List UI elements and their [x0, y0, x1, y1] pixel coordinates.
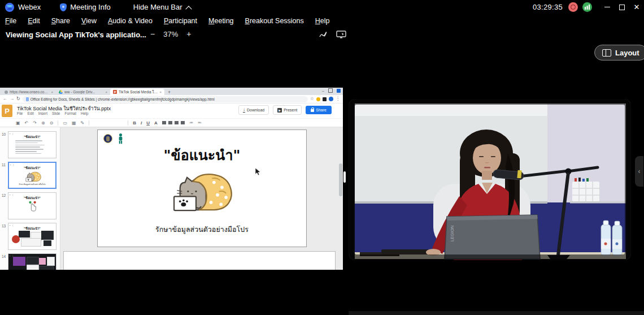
- menu-edit[interactable]: Edit: [28, 17, 40, 25]
- zoom-level: 37%: [163, 30, 178, 38]
- canvas-scrollbar[interactable]: [339, 163, 342, 196]
- url-field[interactable]: Office Editing for Docs, Sheets & Slides…: [23, 96, 308, 102]
- thumb-title: "ข้อแนะนำ": [8, 196, 56, 200]
- slide-canvas: "ข้อแนะนำ" รักษาข้อมูลส่วนตัวอย่างมือโปร: [60, 127, 343, 270]
- print-icon[interactable]: ▣: [16, 120, 20, 126]
- profile-avatar[interactable]: [329, 97, 333, 101]
- network-quality-icon[interactable]: [582, 2, 592, 12]
- layout-label: Layout: [615, 49, 639, 57]
- tab-title: ww - Google Driv...: [64, 90, 103, 94]
- docs-menu-slide[interactable]: Slide: [52, 111, 60, 115]
- laptop: LEGION: [445, 215, 540, 259]
- numbered-list-icon[interactable]: ≔: [189, 120, 193, 125]
- remote-control-icon[interactable]: [336, 29, 347, 40]
- browser-tab-strip: https://www.onseo.com/Apro... × ww - Goo…: [0, 88, 343, 95]
- bottom-bar-edge: [349, 311, 644, 315]
- tab-close-icon[interactable]: ×: [51, 90, 53, 94]
- browser-minimize-icon[interactable]: –: [322, 89, 324, 93]
- minimize-button[interactable]: [600, 0, 615, 14]
- docs-menu-file[interactable]: File: [17, 111, 23, 115]
- docs-menu-format[interactable]: Format: [64, 111, 76, 115]
- back-icon[interactable]: ←: [3, 97, 7, 101]
- annotate-icon[interactable]: [318, 29, 328, 40]
- docs-menu-edit[interactable]: Edit: [27, 111, 33, 115]
- browser-tab-3-active[interactable]: P TikTok Social Media ในชีวิตปร... ×: [110, 89, 164, 95]
- docs-menu-insert[interactable]: Insert: [38, 111, 47, 115]
- image-icon[interactable]: ▦: [72, 120, 76, 126]
- bookmark-star-icon[interactable]: ☆: [310, 97, 314, 101]
- close-button[interactable]: ✕: [629, 0, 644, 14]
- undo-icon[interactable]: ↶: [25, 120, 29, 126]
- panel-divider-handle[interactable]: [343, 171, 346, 183]
- mouse-cursor: [255, 167, 261, 176]
- slide-number: 10: [2, 132, 6, 136]
- browser-restore-icon[interactable]: [328, 88, 333, 93]
- present-play-icon: ▶: [277, 108, 282, 113]
- slide-number: 14: [2, 254, 6, 258]
- app-name: Webex: [18, 3, 41, 11]
- zoom-out-icon[interactable]: ⊖: [50, 120, 54, 126]
- menu-meeting[interactable]: Meeting: [208, 17, 233, 25]
- slide-title: "ข้อแนะนำ": [98, 144, 306, 166]
- browser-tab-2[interactable]: ww - Google Driv... ×: [56, 89, 110, 95]
- menu-file[interactable]: File: [5, 17, 16, 25]
- tab-title: https://www.onseo.com/Apro...: [10, 90, 49, 94]
- browser-tab-1[interactable]: https://www.onseo.com/Apro... ×: [2, 89, 56, 95]
- pen-icon[interactable]: ✎: [81, 120, 85, 126]
- zoom-out-button[interactable]: −: [150, 29, 155, 38]
- webcam-video-tile[interactable]: LEGION: [349, 99, 631, 260]
- shape-icon[interactable]: ▭: [63, 120, 67, 126]
- tab-close-icon[interactable]: ×: [159, 90, 162, 94]
- slide-thumbnail-14[interactable]: 14 ▪ ⟨: [0, 252, 60, 270]
- thumb-title: "ข้อแนะนำ": [8, 135, 56, 139]
- drive-favicon: [59, 90, 63, 94]
- bold-icon[interactable]: B: [133, 120, 136, 126]
- extension-yellow-icon[interactable]: [316, 97, 320, 101]
- menu-participant[interactable]: Participant: [164, 17, 197, 25]
- slide-thumbnail-13[interactable]: 13 ▪ ⟨ "ข้อแนะนำ": [0, 221, 60, 252]
- menu-view[interactable]: View: [81, 17, 97, 25]
- present-button[interactable]: ▶ Present: [273, 105, 302, 115]
- hide-menu-bar-button[interactable]: Hide Menu Bar: [133, 3, 192, 11]
- bullet-list-icon[interactable]: ≕: [198, 120, 202, 125]
- next-slide-page[interactable]: [63, 251, 336, 270]
- zoom-controls: − 37% +: [150, 29, 191, 38]
- browser-menu-icon[interactable]: ⋮: [336, 97, 340, 101]
- svg-text:LEGION: LEGION: [450, 226, 455, 241]
- text-color-icon[interactable]: A: [154, 120, 158, 126]
- browser-address-bar: ← → ↻ Office Editing for Docs, Sheets & …: [0, 95, 343, 103]
- slide-thumbnail-12[interactable]: 12 ▪ ⟨ "ข้อแนะนำ": [0, 191, 60, 221]
- expand-panel-button[interactable]: ‹: [635, 156, 643, 187]
- webex-logo-icon: [5, 3, 14, 12]
- meeting-info-label: Meeting Info: [70, 3, 111, 11]
- underline-icon[interactable]: U: [146, 120, 150, 126]
- extensions-icon[interactable]: [323, 97, 327, 101]
- menu-audio-video[interactable]: Audio & Video: [108, 17, 153, 25]
- reload-icon[interactable]: ↻: [16, 97, 20, 101]
- tab-close-icon[interactable]: ×: [105, 90, 107, 94]
- share-button[interactable]: Share: [306, 106, 332, 114]
- docs-toolbar: ▣ ↶ ↷ ⊕ ⊖ ▭ ▦ ✎ B I U A ≔ ≕: [0, 118, 343, 127]
- zoom-in-button[interactable]: +: [186, 29, 191, 38]
- alignment-icons[interactable]: [162, 121, 185, 124]
- italic-icon[interactable]: I: [141, 120, 142, 126]
- restore-button[interactable]: [615, 0, 629, 14]
- new-tab-button[interactable]: +: [168, 89, 171, 95]
- slide-thumbnail-10[interactable]: 10 ▪ ⟨ "ข้อแนะนำ": [0, 130, 60, 160]
- menu-share[interactable]: Share: [51, 17, 70, 25]
- browser-profile-icon[interactable]: [337, 89, 341, 93]
- forward-icon[interactable]: →: [10, 97, 14, 101]
- current-slide[interactable]: "ข้อแนะนำ" รักษาข้อมูลส่วนตัวอย่างมือโปร: [97, 130, 307, 247]
- layout-button[interactable]: Layout: [594, 45, 644, 61]
- docs-menu-help[interactable]: Help: [81, 111, 88, 115]
- meeting-info-button[interactable]: Meeting Info: [60, 3, 111, 11]
- chevron-left-icon: ‹: [638, 167, 641, 175]
- slide-thumbnail-11-selected[interactable]: 11 ▪ ⟨ "ข้อแนะนำ" รักษาข้อมูลส่วนตัวอย่า…: [0, 160, 60, 191]
- menu-help[interactable]: Help: [315, 17, 330, 25]
- download-button[interactable]: ↓ Download: [238, 105, 269, 115]
- redo-icon[interactable]: ↷: [33, 120, 37, 126]
- menu-breakout-sessions[interactable]: Breakout Sessions: [245, 17, 304, 25]
- zoom-in-icon[interactable]: ⊕: [41, 120, 45, 126]
- recording-indicator-icon[interactable]: [568, 2, 578, 12]
- pusheen-cat-image: [170, 167, 235, 215]
